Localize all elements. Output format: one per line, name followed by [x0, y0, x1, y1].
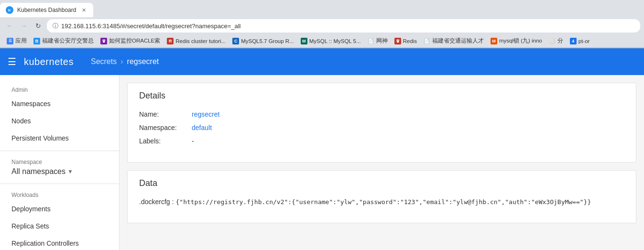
- bookmark-3[interactable]: R Redis cluster tutori...: [164, 37, 229, 45]
- sidebar: Admin Namespaces Nodes Persistent Volume…: [0, 75, 120, 250]
- bookmark-11-label: pt-or: [579, 38, 590, 44]
- admin-section-title: Admin: [0, 83, 119, 95]
- data-card: Data .dockercfg : {"https://registry.fjh…: [127, 170, 636, 223]
- detail-labels-label: Labels:: [139, 137, 192, 145]
- detail-namespace-row: Namespace: default: [139, 124, 624, 131]
- sidebar-item-nodes[interactable]: Nodes: [0, 112, 119, 130]
- app: ☰ kubernetes Secrets › regsecret Admin N…: [0, 48, 644, 250]
- tab-bar: K Kubernetes Dashboard ✕: [0, 0, 644, 17]
- app-logo: kubernetes: [24, 56, 74, 67]
- details-card-title: Details: [139, 91, 624, 101]
- bookmark-7-icon: ♛: [394, 38, 401, 44]
- detail-namespace-label: Namespace:: [139, 124, 192, 131]
- bookmarks-bar: ⠿ 应用 B 福建省公安厅交警总 ♛ 如何监控ORACLE索 R Redis c…: [0, 34, 644, 48]
- bookmark-10-label: 分: [557, 37, 563, 44]
- main-content: Details Name: regsecret Namespace: defau…: [120, 75, 644, 250]
- bookmark-2[interactable]: ♛ 如何监控ORACLE索: [98, 36, 163, 45]
- tab-title: Kubernetes Dashboard: [17, 7, 76, 13]
- tab-close-button[interactable]: ✕: [80, 6, 87, 14]
- bookmark-apps-icon: ⠿: [7, 38, 13, 44]
- forward-button[interactable]: →: [18, 20, 30, 32]
- bookmark-apps[interactable]: ⠿ 应用: [4, 36, 30, 45]
- bookmark-1-label: 福建省公安厅交警总: [42, 37, 94, 44]
- bookmark-9[interactable]: M mysql锁 (九) inno: [488, 36, 545, 45]
- bookmark-9-label: mysql锁 (九) inno: [499, 37, 542, 44]
- namespace-label: Namespace: [11, 159, 108, 165]
- bookmark-1[interactable]: B 福建省公安厅交警总: [31, 36, 97, 45]
- namespace-dropdown-arrow: ▼: [67, 168, 73, 175]
- detail-labels-value: -: [192, 137, 194, 145]
- bookmark-8-icon: 📄: [424, 38, 430, 44]
- bookmark-5[interactable]: M MySQL :: MySQL 5...: [298, 37, 364, 45]
- lock-icon: ⓘ: [53, 22, 58, 30]
- bookmark-2-label: 如何监控ORACLE索: [109, 37, 160, 44]
- address-bar-row: ← → ↻ ⓘ 192.168.115.6:31485/#/secret/def…: [0, 17, 644, 34]
- workloads-section-title: Workloads: [0, 188, 119, 200]
- data-value: {"https://registry.fjhb.cn/v2":{"usernam…: [175, 198, 591, 206]
- bookmark-6[interactable]: 📄 网神: [365, 36, 391, 45]
- namespace-section: Namespace All namespaces ▼: [0, 155, 119, 180]
- back-button[interactable]: ←: [4, 20, 15, 32]
- sidebar-item-replication-controllers[interactable]: Replication Controllers: [0, 235, 119, 250]
- detail-namespace-value: default: [192, 124, 212, 131]
- sidebar-item-persistent-volumes[interactable]: Persistent Volumes: [0, 130, 119, 147]
- details-card: Details Name: regsecret Namespace: defau…: [127, 83, 636, 163]
- bookmark-9-icon: M: [491, 38, 497, 44]
- bookmark-6-icon: 📄: [368, 38, 374, 44]
- hamburger-menu[interactable]: ☰: [8, 56, 16, 67]
- bookmark-10-icon: ⬜: [549, 38, 556, 44]
- namespace-value: All namespaces: [11, 167, 65, 176]
- sidebar-item-namespaces[interactable]: Namespaces: [0, 95, 119, 112]
- breadcrumb-arrow: ›: [120, 57, 123, 66]
- bookmark-2-icon: ♛: [100, 38, 107, 44]
- data-card-title: Data: [139, 178, 624, 188]
- bookmark-4[interactable]: C MySQL5.7 Group R...: [229, 37, 297, 45]
- breadcrumb-parent[interactable]: Secrets: [91, 57, 117, 66]
- bookmark-6-label: 网神: [376, 37, 388, 44]
- bookmark-5-label: MySQL :: MySQL 5...: [309, 38, 361, 44]
- sidebar-item-deployments[interactable]: Deployments: [0, 200, 119, 217]
- data-key: .dockercfg: [139, 198, 170, 206]
- detail-name-row: Name: regsecret: [139, 110, 624, 118]
- bookmark-8-label: 福建省交通运输人才: [432, 37, 484, 44]
- breadcrumb-current: regsecret: [127, 57, 159, 66]
- bookmark-8[interactable]: 📄 福建省交通运输人才: [421, 36, 487, 45]
- bookmark-3-icon: R: [167, 38, 174, 44]
- sidebar-divider-1: [0, 151, 119, 151]
- bookmark-4-icon: C: [232, 38, 239, 44]
- bookmark-3-label: Redis cluster tutori...: [175, 38, 226, 44]
- bookmark-11-icon: 4: [570, 38, 577, 44]
- bookmark-4-label: MySQL5.7 Group R...: [241, 38, 294, 44]
- detail-labels-row: Labels: -: [139, 137, 624, 145]
- detail-name-value: regsecret: [192, 110, 219, 118]
- browser-tab[interactable]: K Kubernetes Dashboard ✕: [0, 3, 93, 17]
- bookmark-apps-label: 应用: [15, 37, 27, 44]
- namespace-selector[interactable]: All namespaces ▼: [11, 167, 108, 176]
- sidebar-divider-2: [0, 184, 119, 184]
- bookmark-10[interactable]: ⬜ 分: [546, 36, 566, 45]
- bookmark-7[interactable]: ♛ Redis: [392, 37, 420, 45]
- data-row: .dockercfg : {"https://registry.fjhb.cn/…: [139, 198, 624, 206]
- bookmark-1-icon: B: [33, 38, 40, 44]
- bookmark-11[interactable]: 4 pt-or: [567, 37, 593, 45]
- bookmark-5-icon: M: [301, 38, 307, 44]
- url-text: 192.168.115.6:31485/#/secret/default/reg…: [61, 22, 240, 30]
- address-bar[interactable]: ⓘ 192.168.115.6:31485/#/secret/default/r…: [47, 19, 640, 33]
- app-header: ☰ kubernetes Secrets › regsecret: [0, 48, 644, 75]
- bookmark-7-label: Redis: [403, 38, 417, 44]
- breadcrumb: Secrets › regsecret: [91, 57, 159, 66]
- app-body: Admin Namespaces Nodes Persistent Volume…: [0, 75, 644, 250]
- reload-button[interactable]: ↻: [33, 20, 44, 32]
- sidebar-item-replica-sets[interactable]: Replica Sets: [0, 217, 119, 235]
- detail-name-label: Name:: [139, 110, 192, 118]
- data-colon: :: [172, 198, 174, 206]
- browser-chrome: K Kubernetes Dashboard ✕ ← → ↻ ⓘ 192.168…: [0, 0, 644, 48]
- tab-favicon: K: [6, 6, 13, 14]
